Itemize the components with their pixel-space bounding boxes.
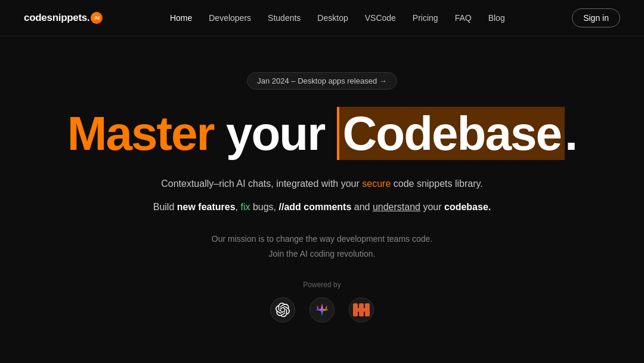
nav-link-faq[interactable]: FAQ <box>455 13 472 23</box>
subtext2-fix: fix <box>240 202 250 212</box>
powered-by-label: Powered by <box>303 281 340 289</box>
logo-snippets: snippets. <box>47 12 89 23</box>
mission-line1: Our mission is to change the way develop… <box>212 232 432 247</box>
hero-subtext-1: Contextually–rich AI chats, integrated w… <box>161 176 483 193</box>
nav-link-students[interactable]: Students <box>268 13 301 23</box>
nav-link-home[interactable]: Home <box>170 13 192 23</box>
subtext2-and: and <box>351 202 373 212</box>
nav-link-vscode[interactable]: VSCode <box>365 13 396 23</box>
nav-item-home[interactable]: Home <box>170 13 192 23</box>
navbar: codesnippets.AI Home Developers Students… <box>0 0 644 36</box>
openai-icon <box>275 303 290 317</box>
subtext2-new-features: new features <box>177 202 236 212</box>
subtext1-before: Contextually–rich AI chats, integrated w… <box>161 179 362 189</box>
mixtral-icon <box>353 303 370 316</box>
mission-line2: Join the AI coding revolution. <box>212 247 432 262</box>
mistral-logo <box>309 297 335 322</box>
mistral-icon <box>314 302 330 318</box>
headline-master: Master <box>67 107 214 160</box>
nav-item-blog[interactable]: Blog <box>488 13 505 23</box>
nav-item-vscode[interactable]: VSCode <box>365 13 396 23</box>
trusted-section: Trusted by the best development teams. ▶… <box>0 346 644 363</box>
nav-link-blog[interactable]: Blog <box>488 13 505 23</box>
hero-headline: Master your Codebase. <box>67 109 577 159</box>
nav-item-pricing[interactable]: Pricing <box>413 13 438 23</box>
nav-link-pricing[interactable]: Pricing <box>413 13 438 23</box>
announcement-pill[interactable]: Jan 2024 – Desktop apps released → <box>247 72 397 90</box>
sign-in-button[interactable]: Sign in <box>572 8 620 27</box>
logo-text: codesnippets.AI <box>24 12 103 24</box>
logo-ai-badge: AI <box>91 12 103 24</box>
logo[interactable]: codesnippets.AI <box>24 12 103 24</box>
hero-section: Jan 2024 – Desktop apps released → Maste… <box>0 36 644 346</box>
headline-dot: . <box>565 107 577 160</box>
nav-links: Home Developers Students Desktop VSCode … <box>170 13 505 23</box>
nav-item-developers[interactable]: Developers <box>209 13 251 23</box>
nav-link-desktop[interactable]: Desktop <box>317 13 348 23</box>
nav-item-desktop[interactable]: Desktop <box>317 13 348 23</box>
subtext2-understand: understand <box>373 202 420 212</box>
openai-logo <box>270 297 295 322</box>
svg-rect-4 <box>353 308 370 312</box>
hero-subtext-2: Build new features, fix bugs, //add comm… <box>153 199 491 216</box>
subtext1-secure: secure <box>362 179 391 189</box>
mixtral-logo <box>349 297 374 322</box>
headline-your: your <box>226 107 337 160</box>
subtext2-build: Build <box>153 202 177 212</box>
nav-item-faq[interactable]: FAQ <box>455 13 472 23</box>
subtext2-bugs: bugs, <box>250 202 278 212</box>
headline-codebase: Codebase <box>337 107 565 160</box>
announcement-text: Jan 2024 – Desktop apps released → <box>257 76 387 85</box>
nav-link-developers[interactable]: Developers <box>209 13 251 23</box>
nav-item-students[interactable]: Students <box>268 13 301 23</box>
powered-logos <box>270 297 374 322</box>
subtext2-your: your <box>420 202 444 212</box>
subtext2-codebase: codebase. <box>444 202 491 212</box>
hero-mission: Our mission is to change the way develop… <box>212 232 432 262</box>
subtext2-add-comments: //add comments <box>279 202 352 212</box>
subtext1-after: code snippets library. <box>391 179 482 189</box>
svg-point-0 <box>320 308 324 312</box>
logo-code: code <box>24 12 47 23</box>
